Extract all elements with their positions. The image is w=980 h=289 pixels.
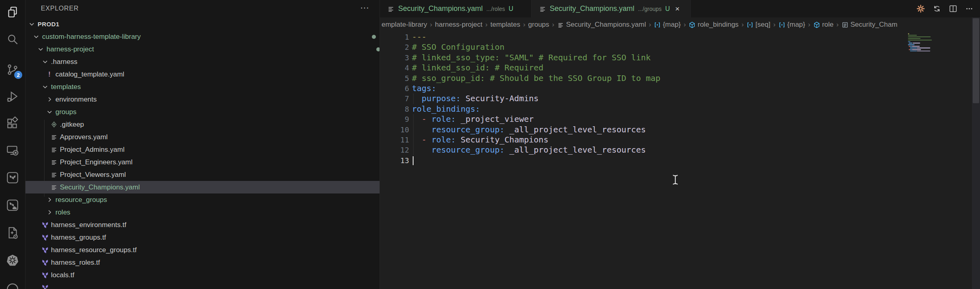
minimap-line <box>912 49 921 50</box>
tree-row[interactable]: locals.tf <box>25 269 380 281</box>
tab-directory-hint: .../roles <box>486 6 505 12</box>
code-line[interactable]: 12 resource_group: _all_project_level_re… <box>380 145 906 155</box>
tree-row[interactable]: groups <box>25 106 380 118</box>
yaml-file-icon <box>49 158 58 166</box>
breadcrumb-item[interactable]: harness-project <box>435 21 482 29</box>
code-line[interactable]: 1--- <box>380 32 906 42</box>
yaml-file-icon <box>387 5 395 13</box>
minimap-line <box>912 46 919 47</box>
minimap-line <box>913 42 920 44</box>
code-line[interactable]: 9 - role: _project_viewer <box>380 114 906 124</box>
editor-tab[interactable]: Security_Champions.yaml.../groupsU× <box>532 0 691 17</box>
search-icon[interactable] <box>3 30 22 49</box>
code-line[interactable]: 4# linked_sso_id: # Required <box>380 63 906 73</box>
breadcrumb-item[interactable]: {map} <box>778 21 805 29</box>
remote-explorer-icon[interactable] <box>3 140 22 160</box>
tree-row[interactable]: harness_groups.tf <box>25 231 380 244</box>
partial-icon[interactable] <box>3 278 22 289</box>
tree-row[interactable]: !catalog_template.yaml <box>25 68 380 81</box>
config-file-icon[interactable] <box>3 223 22 242</box>
code-line-content: resource_group: _all_project_level_resou… <box>412 145 646 155</box>
split-editor-icon[interactable] <box>948 4 958 14</box>
editor-actions <box>916 0 974 17</box>
sync-changes-icon[interactable] <box>932 4 942 14</box>
scrollbar-thumb[interactable] <box>973 18 979 103</box>
breadcrumb-item[interactable]: Security_Cham <box>842 21 897 29</box>
tree-row[interactable]: Project_Admins.yaml <box>25 143 380 156</box>
tree-row[interactable]: harness-project <box>25 43 380 55</box>
close-tab-icon[interactable]: × <box>675 4 680 13</box>
tree-item-label: roles <box>55 208 70 217</box>
tree-row[interactable]: templates <box>25 81 380 93</box>
editor-tab[interactable]: Security_Champions.yaml.../rolesU <box>380 0 532 17</box>
code-line[interactable]: 6tags: <box>380 83 906 94</box>
line-number: 13 <box>380 155 409 166</box>
code-line[interactable]: 5# sso_group_id: # Should be the SSO Gro… <box>380 73 906 83</box>
minimap-line <box>909 42 912 44</box>
code-line-content: # sso_group_id: # Should be the SSO Grou… <box>412 73 660 83</box>
tree-row[interactable]: Security_Champions.yamlU <box>25 181 380 193</box>
minimap-line <box>908 36 931 38</box>
tree-row[interactable]: harness_environments.tf <box>25 219 380 231</box>
run-debug-icon[interactable] <box>3 87 22 106</box>
cube-symbol-icon <box>813 21 820 28</box>
breadcrumb-separator: › <box>684 21 686 29</box>
explorer-icon[interactable] <box>3 2 22 22</box>
terraform-file-icon <box>40 246 49 254</box>
breadcrumb-item[interactable]: [seq] <box>747 21 770 29</box>
terraform-icon[interactable] <box>3 168 22 187</box>
tree-row[interactable]: custom-harness-template-library <box>25 30 380 43</box>
line-number: 2 <box>380 42 409 52</box>
tree-row[interactable]: harness_roles.tf <box>25 256 380 269</box>
tree-row[interactable]: Project_Engineers.yaml <box>25 156 380 168</box>
code-line[interactable]: 13 <box>380 155 906 166</box>
tree-row[interactable]: .gitkeep <box>25 118 380 131</box>
code-line[interactable]: 2# SSO Configuration <box>380 42 906 52</box>
breadcrumb-item[interactable]: role_bindings <box>689 21 738 29</box>
scrollbar[interactable] <box>972 17 980 289</box>
breadcrumb-item[interactable]: templates <box>490 21 520 29</box>
tab-title: Security_Champions.yaml <box>398 4 483 13</box>
tree-item-label: groups <box>55 108 76 116</box>
tree-row[interactable] <box>25 281 380 289</box>
kubernetes-icon[interactable] <box>3 251 22 270</box>
assistant-starburst-icon[interactable] <box>916 4 926 14</box>
code-line[interactable]: 8role_bindings: <box>380 104 906 114</box>
more-actions-icon[interactable] <box>964 4 974 14</box>
breadcrumb-label: Security_Champions.yaml <box>566 21 646 29</box>
tree-row[interactable]: harness_resource_groups.tf <box>25 244 380 256</box>
source-control-icon[interactable]: 2 <box>3 60 22 79</box>
breadcrumb-item[interactable]: role <box>813 21 834 29</box>
yaml-file-icon <box>49 171 58 179</box>
git-untracked-badge: U <box>509 5 513 13</box>
tree-row[interactable]: Project_Viewers.yaml <box>25 168 380 181</box>
tree-item-label: .gitkeep <box>60 121 84 129</box>
breadcrumb-item[interactable]: {map} <box>654 21 681 29</box>
code-line[interactable]: 10 resource_group: _all_project_level_re… <box>380 125 906 135</box>
breadcrumb-item[interactable]: emplate-library <box>382 21 427 29</box>
tree-item-label: templates <box>51 83 81 91</box>
code-line[interactable]: 7 purpose: Security-Admins <box>380 94 906 104</box>
tree-row[interactable]: PROD1 <box>25 18 380 30</box>
extensions-icon[interactable] <box>3 114 22 133</box>
tree-row[interactable]: roles <box>25 206 380 219</box>
code-line[interactable]: 3# linked_sso_type: "SAML" # Required fo… <box>380 53 906 63</box>
breadcrumb-item[interactable]: groups <box>528 21 549 29</box>
breadcrumb-item[interactable]: Security_Champions.yaml <box>557 21 646 29</box>
breadcrumb-label: role_bindings <box>698 21 738 29</box>
tree-row[interactable]: resource_groups <box>25 193 380 206</box>
tree-row[interactable]: environments <box>25 93 380 106</box>
chevron-right-icon <box>45 96 54 104</box>
tree-item-label: PROD1 <box>38 21 59 28</box>
line-number: 10 <box>380 125 409 135</box>
code-editor[interactable]: 1---2# SSO Configuration3# linked_sso_ty… <box>380 32 906 166</box>
code-line[interactable]: 11 - role: Security_Champions <box>380 135 906 145</box>
tree-row[interactable]: Approvers.yaml <box>25 131 380 143</box>
minimap[interactable] <box>908 33 946 82</box>
terraform-cloud-icon[interactable] <box>3 196 22 215</box>
tree-row[interactable]: .harness <box>25 55 380 68</box>
line-number: 3 <box>380 53 409 63</box>
more-actions-icon[interactable]: ··· <box>360 2 369 13</box>
yaml-file-icon <box>49 183 58 191</box>
tree-item-label: Approvers.yaml <box>60 133 108 141</box>
